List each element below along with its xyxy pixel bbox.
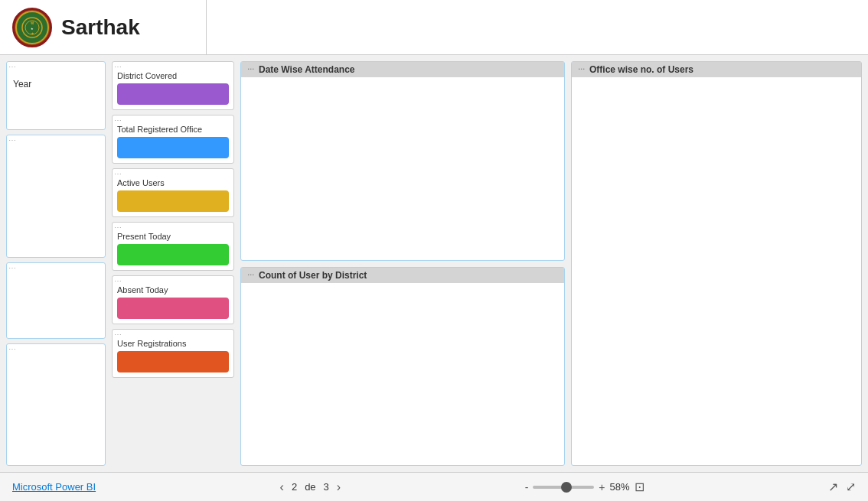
date-attendance-body <box>241 77 564 260</box>
stats-column: ⋯ District Covered ⋯ Total Registered Of… <box>112 61 234 466</box>
stat-active-corner: ⋯ <box>114 171 122 178</box>
count-district-title: Count of User by District <box>259 270 367 281</box>
date-attendance-panel[interactable]: ⋯ Date Wise Attendance <box>240 61 565 261</box>
stat-reg-corner: ⋯ <box>114 331 122 339</box>
office-panel-corner: ⋯ <box>578 66 585 73</box>
logo-emblem: सा ★ ◆ <box>12 8 52 47</box>
year-panel-corner: ⋯ <box>8 63 16 71</box>
stat-office-label: Total Registered Office <box>117 125 229 134</box>
zoom-plus-button[interactable]: + <box>599 481 605 493</box>
page-separator: de <box>305 481 315 493</box>
office-panel-title: Office wise no. of Users <box>589 64 693 75</box>
date-attendance-corner: ⋯ <box>247 66 254 73</box>
stat-card-absent[interactable]: ⋯ Absent Today <box>112 275 234 324</box>
stat-district-label: District Covered <box>117 71 229 80</box>
stat-absent-corner: ⋯ <box>114 278 122 285</box>
content-wrapper: ⋯ Year ⋯ ⋯ ⋯ ⋯ District Covered ⋯ <box>6 61 862 466</box>
stat-active-bar <box>117 190 229 212</box>
stat-active-label: Active Users <box>117 178 229 187</box>
logo-svg: सा ★ ◆ <box>21 16 44 39</box>
stat-card-office[interactable]: ⋯ Total Registered Office <box>112 115 234 164</box>
zoom-control: - + 58% ⊡ <box>525 480 644 494</box>
office-panel-header: ⋯ Office wise no. of Users <box>572 62 861 77</box>
app-title: Sarthak <box>61 15 140 40</box>
stat-present-label: Present Today <box>117 232 229 241</box>
stat-present-bar <box>117 244 229 265</box>
logo-section: सा ★ ◆ Sarthak <box>0 0 207 54</box>
zoom-slider[interactable] <box>533 486 594 489</box>
stat-card-present[interactable]: ⋯ Present Today <box>112 222 234 271</box>
stat-office-bar <box>117 137 229 158</box>
pagination: ‹ 2 de 3 › <box>280 480 341 494</box>
stat-card-district[interactable]: ⋯ District Covered <box>112 61 234 110</box>
powerbi-link[interactable]: Microsoft Power BI <box>12 481 96 493</box>
filter-panel-2-corner: ⋯ <box>8 265 16 272</box>
count-district-corner: ⋯ <box>247 272 254 279</box>
fullscreen-icon[interactable]: ⤢ <box>846 480 856 494</box>
left-column: ⋯ Year ⋯ ⋯ ⋯ <box>6 61 106 466</box>
zoom-thumb <box>561 482 572 493</box>
filter-panel-3[interactable]: ⋯ <box>6 343 106 467</box>
count-district-panel[interactable]: ⋯ Count of User by District <box>240 267 565 467</box>
stat-absent-bar <box>117 298 229 319</box>
stat-district-bar <box>117 83 229 105</box>
stat-reg-bar <box>117 351 229 372</box>
svg-text:★: ★ <box>31 27 34 31</box>
zoom-level: 58% <box>609 481 629 493</box>
export-icon[interactable]: ↗ <box>828 480 838 494</box>
next-page-button[interactable]: › <box>337 480 341 494</box>
filter-panel-1[interactable]: ⋯ <box>6 135 106 258</box>
filter-panel-1-corner: ⋯ <box>8 137 16 145</box>
stat-card-active[interactable]: ⋯ Active Users <box>112 168 234 217</box>
prev-page-button[interactable]: ‹ <box>280 480 284 494</box>
office-panel[interactable]: ⋯ Office wise no. of Users <box>571 61 862 466</box>
page-current: 2 <box>292 481 297 493</box>
filter-panel-3-corner: ⋯ <box>8 346 16 353</box>
app-header: सा ★ ◆ Sarthak <box>0 0 868 55</box>
page-total: 3 <box>324 481 329 493</box>
filter-panel-2[interactable]: ⋯ <box>6 262 106 339</box>
main-content: ⋯ Year ⋯ ⋯ ⋯ ⋯ District Covered ⋯ <box>0 55 868 472</box>
bottom-bar: Microsoft Power BI ‹ 2 de 3 › - + 58% ⊡ … <box>0 472 868 501</box>
year-panel[interactable]: ⋯ Year <box>6 61 106 130</box>
stat-district-corner: ⋯ <box>114 63 122 71</box>
count-district-body <box>241 283 564 466</box>
fit-page-icon[interactable]: ⊡ <box>635 480 644 494</box>
logo-inner-circle: सा ★ ◆ <box>15 11 49 44</box>
far-right-column: ⋯ Office wise no. of Users <box>571 61 862 466</box>
stat-present-corner: ⋯ <box>114 224 122 232</box>
header-right-area <box>207 0 868 54</box>
date-attendance-header: ⋯ Date Wise Attendance <box>241 62 564 77</box>
stat-absent-label: Absent Today <box>117 285 229 294</box>
year-label: Year <box>10 76 102 93</box>
charts-column: ⋯ Date Wise Attendance ⋯ Count of User b… <box>240 61 565 466</box>
stat-card-registrations[interactable]: ⋯ User Registrations <box>112 329 234 378</box>
zoom-minus-button[interactable]: - <box>525 481 529 493</box>
bottom-action-icons: ↗ ⤢ <box>828 480 856 494</box>
date-attendance-title: Date Wise Attendance <box>259 64 354 75</box>
stat-reg-label: User Registrations <box>117 339 229 348</box>
count-district-header: ⋯ Count of User by District <box>241 268 564 283</box>
stat-office-corner: ⋯ <box>114 117 122 125</box>
